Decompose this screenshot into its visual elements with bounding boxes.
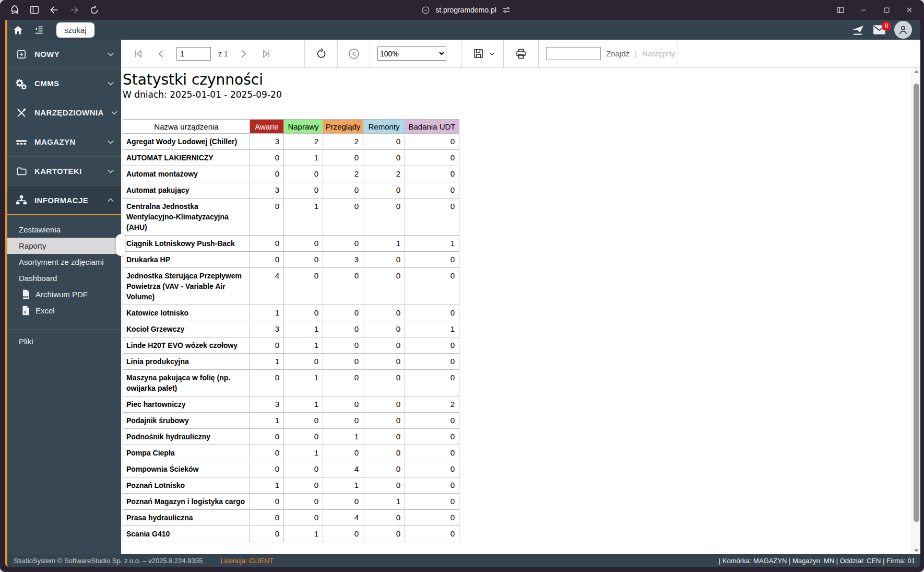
chevron-up-icon xyxy=(108,198,114,202)
sidebar-section-nowy[interactable]: NOWY xyxy=(7,40,121,69)
value-cell: 0 xyxy=(284,166,323,182)
value-cell: 0 xyxy=(323,413,363,429)
site-permissions-icon[interactable] xyxy=(421,6,430,15)
column-header-awarie: Awarie xyxy=(250,120,284,134)
sidebar-section-kartoteki[interactable]: KARTOTEKI xyxy=(7,157,121,186)
table-row: AUTOMAT LAKIERNICZY01000 xyxy=(123,150,459,166)
minimize-icon[interactable] xyxy=(853,3,874,17)
find-next-button[interactable]: Następny xyxy=(642,49,675,58)
value-cell: 0 xyxy=(250,252,284,268)
back-icon[interactable] xyxy=(46,3,63,17)
value-cell: 4 xyxy=(323,510,363,526)
save-dropdown-chevron-icon[interactable] xyxy=(489,52,495,56)
tune-icon[interactable] xyxy=(502,5,511,15)
value-cell: 0 xyxy=(363,510,405,526)
table-row: Ciągnik Lotniskowy Push-Back00011 xyxy=(123,236,459,252)
value-cell: 0 xyxy=(284,429,323,445)
scroll-up-icon[interactable] xyxy=(914,70,919,73)
save-export-icon[interactable] xyxy=(470,46,486,62)
sidebar-section-magazyn[interactable]: MAGAZYN xyxy=(7,127,121,157)
find-button[interactable]: Znajdź xyxy=(606,49,630,58)
value-cell: 0 xyxy=(284,413,323,429)
column-header-badania-udt: Badania UDT xyxy=(405,120,459,134)
svg-text:PDF: PDF xyxy=(23,296,28,299)
sidebar-section-label: NARZĘDZIOWNIA xyxy=(34,108,104,117)
sidebar-item-archiwum-pdf[interactable]: PDFArchiwum PDF xyxy=(7,286,121,302)
close-icon[interactable] xyxy=(899,3,920,17)
find-input[interactable] xyxy=(546,47,601,60)
scroll-down-icon[interactable] xyxy=(914,549,919,552)
sidebar-section-informacje[interactable]: INFORMACJE xyxy=(7,186,121,215)
next-page-icon[interactable] xyxy=(235,46,251,62)
copyright-version-text: StudioSystem © SoftwareStudio Sp. z o.o.… xyxy=(14,557,203,565)
sidebar-toggle-icon[interactable] xyxy=(26,3,43,17)
search-button[interactable]: szukaj xyxy=(56,22,94,38)
value-cell: 0 xyxy=(363,305,405,321)
value-cell: 1 xyxy=(363,494,405,510)
sidebar-item-excel[interactable]: xExcel xyxy=(7,302,121,319)
value-cell: 0 xyxy=(323,354,363,370)
table-row: Pompownia Ścieków00400 xyxy=(123,461,459,477)
sidebar-item-dashboard[interactable]: Dashboard xyxy=(7,270,121,286)
sidebar-section-narzedziownia[interactable]: NARZĘDZIOWNIA xyxy=(7,98,121,127)
value-cell: 0 xyxy=(363,134,405,150)
svg-text:x: x xyxy=(24,310,27,314)
value-cell: 0 xyxy=(363,337,405,354)
device-name-cell: Ciągnik Lotniskowy Push-Back xyxy=(123,236,250,252)
maximize-icon[interactable] xyxy=(876,3,897,17)
previous-page-icon[interactable] xyxy=(153,46,169,62)
print-icon[interactable] xyxy=(513,46,529,62)
value-cell: 1 xyxy=(323,429,363,445)
chevron-down-icon xyxy=(108,52,114,56)
value-cell: 0 xyxy=(405,337,459,354)
last-page-icon[interactable] xyxy=(258,46,274,62)
value-cell: 4 xyxy=(250,268,284,305)
sidebar-item-asortyment-ze-zdjeciami[interactable]: Asortyment ze zdjęciami xyxy=(7,254,121,270)
device-name-cell: Pompownia Ścieków xyxy=(123,461,250,477)
value-cell: 0 xyxy=(323,526,363,542)
send-plane-icon[interactable] xyxy=(851,24,864,36)
refresh-icon[interactable] xyxy=(313,46,329,62)
back-parent-report-icon[interactable] xyxy=(346,46,362,62)
home-icon[interactable] xyxy=(7,20,28,40)
value-cell: 1 xyxy=(323,477,363,494)
column-header-remonty: Remonty xyxy=(363,120,405,134)
device-name-cell: Pompa Ciepła xyxy=(123,445,250,461)
value-cell: 1 xyxy=(284,321,323,337)
sidebar-section-label: KARTOTEKI xyxy=(34,167,82,176)
value-cell: 0 xyxy=(363,526,405,542)
reload-icon[interactable] xyxy=(86,3,102,17)
value-cell: 0 xyxy=(405,494,459,510)
value-cell: 0 xyxy=(250,166,284,182)
sidebar-item-pliki[interactable]: Pliki xyxy=(7,330,121,353)
sidebar-item-zestawienia[interactable]: Zestawienia xyxy=(7,221,121,238)
panel-resize-handle[interactable] xyxy=(116,234,125,256)
table-row: Linia produkcyjna10000 xyxy=(123,354,459,370)
forward-icon[interactable] xyxy=(66,3,82,17)
context-info-text: | Komórka: MAGAZYN | Magazyn: MN | Oddzi… xyxy=(719,557,915,565)
user-avatar-icon[interactable] xyxy=(894,21,912,39)
outdent-icon[interactable] xyxy=(28,20,49,40)
vertical-scrollbar[interactable] xyxy=(911,68,920,554)
page-number-input[interactable] xyxy=(176,47,211,61)
mail-icon[interactable]: 8 xyxy=(873,25,886,35)
value-cell: 1 xyxy=(405,236,459,252)
device-name-cell: Poznań Lotnisko xyxy=(123,477,250,494)
address-url[interactable]: st.programdemo.pl xyxy=(435,6,496,14)
chevron-down-icon xyxy=(108,81,114,86)
value-cell: 1 xyxy=(284,526,323,542)
value-cell: 0 xyxy=(284,510,323,526)
split-view-icon[interactable] xyxy=(830,3,851,17)
value-cell: 1 xyxy=(284,370,323,396)
device-name-cell: Piec hartowniczy xyxy=(123,396,250,413)
first-page-icon[interactable] xyxy=(131,46,146,62)
sidebar-section-cmms[interactable]: CMMS xyxy=(7,69,121,98)
value-cell: 0 xyxy=(405,370,459,396)
scrollbar-thumb[interactable] xyxy=(914,84,919,522)
value-cell: 3 xyxy=(250,396,284,413)
zoom-select[interactable]: 100% xyxy=(377,46,446,61)
value-cell: 1 xyxy=(284,150,323,166)
device-name-cell: Podnośnik hydrauliczny xyxy=(123,429,250,445)
sidebar-item-raporty[interactable]: Raporty xyxy=(7,238,121,254)
value-cell: 0 xyxy=(250,199,284,236)
